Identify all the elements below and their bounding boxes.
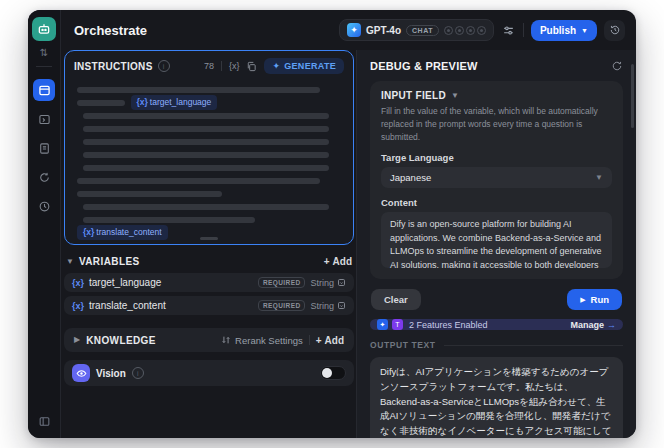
model-provider-icon: ✦ [347, 23, 361, 37]
instructions-editor[interactable]: INSTRUCTIONS i 78 {x} ✦ GENERATE {x}targ… [64, 50, 354, 245]
variable-token[interactable]: {x}translate_content [77, 225, 168, 239]
collapse-panel-button[interactable] [38, 415, 51, 428]
type-label: String [310, 278, 334, 288]
debug-actions: Clear ▶ Run [371, 289, 622, 310]
add-label: Add [325, 335, 344, 346]
output-title: OUTPUT TEXT [370, 340, 436, 350]
sidebar-item-orchestrate[interactable] [33, 79, 55, 101]
type-label: String [310, 301, 334, 311]
variable-type[interactable]: String [310, 278, 346, 288]
features-enabled-bar[interactable]: ✦ T 2 Features Enabled Manage → [370, 319, 623, 330]
rerank-icon [221, 335, 231, 345]
model-capability-icons [444, 26, 486, 35]
manage-features-button[interactable]: Manage → [570, 320, 616, 330]
required-badge: REQUIRED [258, 300, 306, 311]
variable-type[interactable]: String [310, 301, 346, 311]
chevron-right-icon: ▶ [74, 336, 80, 344]
orchestrate-panel: INSTRUCTIONS i 78 {x} ✦ GENERATE {x}targ… [64, 50, 354, 438]
chevron-down-icon: ▼ [451, 91, 459, 100]
clock-icon [38, 200, 51, 213]
sidebar-item-logs[interactable] [33, 137, 55, 159]
refresh-arrow-icon [38, 171, 51, 184]
input-field-card: INPUT FIELD ▼ Fill in the value of the v… [370, 81, 623, 279]
sidebar-item-preview[interactable] [33, 108, 55, 130]
char-count: 78 [204, 61, 214, 71]
sidebar-divider [36, 66, 52, 67]
copy-icon[interactable] [246, 61, 257, 72]
language-select-value: Japanese [390, 172, 431, 183]
sidebar: ⇅ [28, 10, 61, 438]
model-parameters-button[interactable] [501, 24, 516, 37]
variable-token[interactable]: {x}target_language [131, 95, 218, 109]
info-icon: i [158, 60, 170, 72]
sliders-icon [502, 24, 515, 37]
chevron-down-icon: ▼ [595, 173, 603, 182]
swap-mode-icon[interactable]: ⇅ [40, 48, 48, 58]
restart-debug-button[interactable] [611, 60, 623, 72]
capability-icon [466, 26, 475, 35]
history-clock-icon [609, 24, 621, 36]
version-history-button[interactable] [604, 20, 625, 41]
info-icon: i [132, 367, 144, 379]
divider [444, 345, 623, 346]
variables-title: VARIABLES [79, 256, 140, 267]
type-select-icon [337, 278, 346, 287]
input-field-title: INPUT FIELD [381, 90, 446, 101]
sidebar-item-monitoring[interactable] [33, 195, 55, 217]
insert-variable-button[interactable]: {x} [229, 61, 240, 71]
language-field-label: Targe Language [381, 152, 612, 163]
arrow-right-icon: → [607, 320, 616, 330]
chevron-down-icon: ▼ [66, 258, 74, 266]
instructions-header: INSTRUCTIONS i 78 {x} ✦ GENERATE [65, 51, 353, 78]
divider [221, 61, 222, 71]
vision-toggle[interactable] [320, 366, 346, 380]
run-button[interactable]: ▶ Run [567, 289, 622, 310]
clear-button[interactable]: Clear [371, 289, 421, 310]
variable-name: translate_content [89, 300, 166, 311]
add-variable-button[interactable]: + Add [324, 256, 352, 267]
resize-handle[interactable] [200, 237, 218, 240]
features-enabled-text: 2 Features Enabled [409, 320, 488, 330]
header-divider [523, 23, 524, 37]
page-title: Orchestrate [74, 23, 147, 38]
rerank-settings-button[interactable]: Rerank Settings [221, 335, 303, 346]
sidebar-item-api[interactable] [33, 166, 55, 188]
knowledge-section[interactable]: ▶ KNOWLEDGE Rerank Settings + Add [64, 328, 354, 352]
refresh-icon [611, 60, 623, 72]
tts-feature-icon: T [392, 319, 403, 330]
debug-preview-panel: DEBUG & PREVIEW INPUT FIELD ▼ Fill in th… [356, 50, 636, 438]
language-select[interactable]: Japanese ▼ [381, 167, 612, 188]
generate-label: GENERATE [284, 61, 336, 71]
terminal-icon [38, 113, 51, 126]
publish-button[interactable]: Publish ▼ [531, 20, 597, 41]
panel-layout-icon [38, 415, 51, 428]
model-selector[interactable]: ✦ GPT-4o CHAT [339, 19, 494, 41]
eye-icon [72, 364, 90, 382]
capability-icon [455, 26, 464, 35]
required-badge: REQUIRED [258, 277, 306, 288]
sparkle-icon: ✦ [272, 61, 280, 71]
input-field-header[interactable]: INPUT FIELD ▼ [381, 90, 612, 101]
content-input[interactable]: Dify is an open-source platform for buil… [381, 212, 612, 268]
chevron-down-icon: ▼ [581, 27, 588, 34]
play-icon: ▶ [580, 296, 585, 303]
variable-row[interactable]: {x} translate_content REQUIRED String [64, 296, 354, 315]
variable-name: target_language [89, 277, 161, 288]
manage-label: Manage [570, 320, 604, 330]
variables-header[interactable]: ▼ VARIABLES + Add [66, 256, 352, 267]
variable-row[interactable]: {x} target_language REQUIRED String [64, 273, 354, 292]
divider [309, 335, 310, 345]
model-mode-badge: CHAT [406, 25, 439, 36]
output-text: Difyは、AIアプリケーションを構築するためのオープンソースプラットフォームで… [370, 357, 623, 438]
instructions-skeleton: {x}target_language{x}translate_content [65, 78, 353, 239]
generate-button[interactable]: ✦ GENERATE [264, 58, 344, 74]
debug-title: DEBUG & PREVIEW [370, 60, 478, 72]
add-label: Add [333, 256, 352, 267]
add-knowledge-button[interactable]: + Add [316, 335, 344, 346]
capability-icon [477, 26, 486, 35]
app-window-icon [38, 84, 51, 97]
publish-label: Publish [540, 25, 576, 36]
plus-icon: + [324, 256, 330, 267]
app-logo[interactable] [32, 17, 56, 41]
scrollbar-thumb[interactable] [631, 64, 634, 128]
